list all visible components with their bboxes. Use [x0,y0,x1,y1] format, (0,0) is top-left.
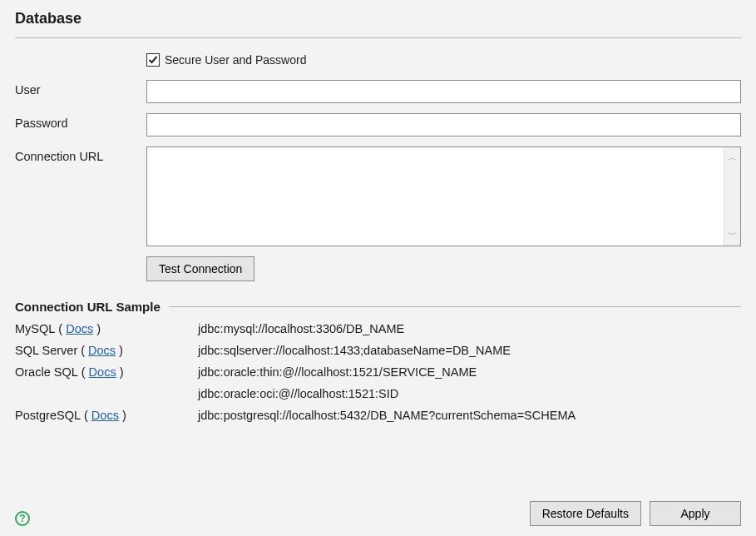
user-label: User [15,80,140,97]
apply-button[interactable]: Apply [650,501,741,526]
password-label: Password [15,113,140,130]
sample-url: jdbc:postgresql://localhost:5432/DB_NAME… [198,409,741,422]
page-title: Database [15,10,741,27]
sample-url: jdbc:sqlserver://localhost:1433;database… [198,344,741,357]
paren: ) [119,344,123,357]
docs-link-sqlserver[interactable]: Docs [88,344,116,357]
chevron-up-icon: ︿ [728,147,738,168]
connection-url-input[interactable] [147,147,724,246]
sample-url: jdbc:mysql://localhost:3306/DB_NAME [198,322,741,335]
secure-label: Secure User and Password [165,53,306,67]
restore-defaults-button[interactable]: Restore Defaults [530,501,641,526]
docs-link-oracle[interactable]: Docs [89,365,116,379]
sample-section-title: Connection URL Sample [15,300,161,314]
docs-link-mysql[interactable]: Docs [66,322,93,335]
help-icon[interactable]: ? [15,511,30,526]
password-input[interactable] [146,113,741,136]
sample-name: Oracle SQL [15,365,78,379]
paren: ) [120,365,124,379]
sample-url: jdbc:oracle:thin:@//localhost:1521/SERVI… [198,365,741,379]
chevron-down-icon: ﹀ [728,225,738,246]
paren: ( [82,365,86,379]
paren: ( [58,322,62,335]
connection-url-label: Connection URL [15,146,140,163]
sample-name: MySQL [15,322,55,335]
sample-name: SQL Server [15,344,77,357]
sample-grid: MySQL (Docs) jdbc:mysql://localhost:3306… [15,322,741,422]
test-connection-button[interactable]: Test Connection [146,256,254,281]
paren: ( [84,409,88,422]
user-input[interactable] [146,80,741,103]
check-icon [148,55,158,65]
divider [169,306,741,307]
secure-checkbox[interactable] [146,53,160,67]
sample-url: jdbc:oracle:oci:@//localhost:1521:SID [198,387,741,400]
paren: ) [122,409,126,422]
sample-name: PostgreSQL [15,409,81,422]
scrollbar[interactable]: ︿ ﹀ [724,147,740,246]
divider [15,37,741,38]
docs-link-postgres[interactable]: Docs [91,409,119,422]
paren: ( [81,344,85,357]
paren: ) [96,322,101,335]
